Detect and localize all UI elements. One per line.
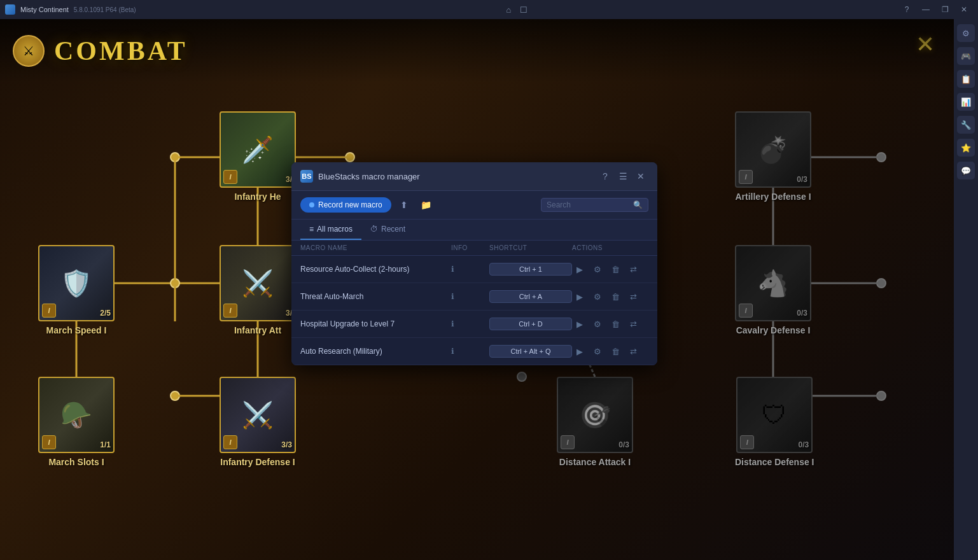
right-sidebar: ⚙ 🎮 📋 📊 🔧 ⭐ 💬 xyxy=(954,19,978,560)
col-header-name: MACRO NAME xyxy=(300,244,451,251)
search-input[interactable] xyxy=(547,200,629,209)
delete-macro-button[interactable]: 🗑 xyxy=(608,344,623,359)
macro-info-button[interactable]: ℹ xyxy=(451,319,489,328)
all-macros-icon: ≡ xyxy=(309,225,314,234)
settings-macro-button[interactable]: ⚙ xyxy=(590,262,605,277)
help-button[interactable]: ? xyxy=(898,3,916,17)
rank-badge: I xyxy=(223,170,237,184)
play-macro-button[interactable]: ▶ xyxy=(572,316,587,332)
col-header-info: INFO xyxy=(451,244,489,251)
macro-name: Threat Auto-March xyxy=(300,292,451,301)
play-macro-button[interactable]: ▶ xyxy=(572,262,587,277)
tech-node-artillery-def[interactable]: 💣 I 0/3 Artillery Defense I xyxy=(735,111,811,202)
screen-button[interactable]: ☐ xyxy=(517,4,531,16)
tab-recent[interactable]: ⏱ Recent xyxy=(361,220,414,240)
record-new-macro-button[interactable]: Record new macro xyxy=(300,197,391,213)
progress: 3/3 xyxy=(281,440,292,449)
home-button[interactable]: ⌂ xyxy=(503,4,514,16)
tab-all-macros[interactable]: ≡ All macros xyxy=(300,220,361,240)
import-macro-button[interactable]: ⬆ xyxy=(396,197,412,213)
progress: 2/5 xyxy=(100,309,111,318)
tech-label: Infantry Defense I xyxy=(220,457,295,467)
sidebar-icon-6[interactable]: ⭐ xyxy=(957,139,975,157)
swap-macro-button[interactable]: ⇄ xyxy=(625,262,641,277)
macro-actions: ▶ ⚙ 🗑 ⇄ xyxy=(572,289,648,304)
swap-macro-button[interactable]: ⇄ xyxy=(625,316,641,332)
macro-menu-button[interactable]: ☰ xyxy=(615,169,631,184)
macro-help-button[interactable]: ? xyxy=(597,169,613,184)
tab-all-macros-label: All macros xyxy=(317,225,353,234)
sidebar-icon-5[interactable]: 🔧 xyxy=(957,116,975,134)
tech-icon-cavalry-def: 🐴 I 0/3 xyxy=(735,245,811,321)
swap-macro-button[interactable]: ⇄ xyxy=(625,289,641,304)
tech-icon-dist-def: 🛡 I 0/3 xyxy=(736,377,813,453)
window-close-button[interactable]: ✕ xyxy=(955,3,973,17)
app-icon xyxy=(5,4,15,15)
tech-icon-march-slots: 🪖 I 1/1 xyxy=(38,377,115,453)
progress: 1/1 xyxy=(100,440,111,449)
game-title: COMBAT xyxy=(54,36,188,66)
export-macro-button[interactable]: 📁 xyxy=(417,197,435,213)
rank-badge: I xyxy=(42,435,56,449)
tech-node-march-slots[interactable]: 🪖 I 1/1 March Slots I xyxy=(38,377,115,467)
macro-tabs: ≡ All macros ⏱ Recent xyxy=(291,220,657,241)
settings-macro-button[interactable]: ⚙ xyxy=(590,316,605,332)
sidebar-icon-2[interactable]: 🎮 xyxy=(957,47,975,65)
macro-info-button[interactable]: ℹ xyxy=(451,347,489,356)
app-version: 5.8.0.1091 P64 (Beta) xyxy=(74,6,136,13)
delete-macro-button[interactable]: 🗑 xyxy=(608,262,623,277)
macro-manager-modal: BS BlueStacks macro manager ? ☰ ✕ Record… xyxy=(291,162,657,365)
sidebar-icon-1[interactable]: ⚙ xyxy=(957,24,975,42)
macro-info-button[interactable]: ℹ xyxy=(451,292,489,301)
settings-macro-button[interactable]: ⚙ xyxy=(590,289,605,304)
macro-shortcut: Ctrl + D xyxy=(489,318,572,330)
progress: 0/3 xyxy=(797,175,807,184)
rank-badge: I xyxy=(739,304,753,318)
delete-macro-button[interactable]: 🗑 xyxy=(608,289,623,304)
sidebar-icon-4[interactable]: 📊 xyxy=(957,93,975,111)
swap-macro-button[interactable]: ⇄ xyxy=(625,344,641,359)
game-header: ⚔ COMBAT xyxy=(0,19,954,83)
tech-node-infantry-he[interactable]: 🗡️ I 3/ Infantry He xyxy=(220,111,296,202)
svg-point-9 xyxy=(346,153,354,162)
tech-label: March Speed I xyxy=(46,325,107,335)
minimize-button[interactable]: — xyxy=(917,3,935,17)
macro-table-header: MACRO NAME INFO SHORTCUT ACTIONS xyxy=(291,241,657,256)
play-macro-button[interactable]: ▶ xyxy=(572,289,587,304)
play-macro-button[interactable]: ▶ xyxy=(572,344,587,359)
tech-label: Distance Attack I xyxy=(559,457,631,467)
delete-macro-button[interactable]: 🗑 xyxy=(608,316,623,332)
svg-point-17 xyxy=(877,279,886,288)
tech-node-infantry-def[interactable]: ⚔️ I 3/3 Infantry Defense I xyxy=(220,377,296,467)
tech-label: March Slots I xyxy=(48,457,104,467)
macro-shortcut: Ctrl + 1 xyxy=(489,263,572,276)
tech-node-march-speed[interactable]: 🛡️ I 2/5 March Speed I xyxy=(38,245,115,335)
tech-node-dist-def[interactable]: 🛡 I 0/3 Distance Defense I xyxy=(735,377,814,467)
sidebar-icon-3[interactable]: 📋 xyxy=(957,70,975,88)
macro-row: Resource Auto-Collect (2-hours) ℹ Ctrl +… xyxy=(291,256,657,283)
svg-point-18 xyxy=(877,391,886,400)
tech-icon-march-speed: 🛡️ I 2/5 xyxy=(38,245,115,321)
svg-point-11 xyxy=(517,372,526,381)
title-bar: Misty Continent 5.8.0.1091 P64 (Beta) ⌂ … xyxy=(0,0,978,19)
col-header-shortcut: SHORTCUT xyxy=(489,244,572,251)
macro-actions: ▶ ⚙ 🗑 ⇄ xyxy=(572,316,648,332)
tech-node-dist-att[interactable]: 🎯 I 0/3 Distance Attack I xyxy=(557,377,633,467)
maxrestore-button[interactable]: ❐ xyxy=(936,3,954,17)
macro-row: Auto Research (Military) ℹ Ctrl + Alt + … xyxy=(291,338,657,365)
macro-name: Auto Research (Military) xyxy=(300,347,451,356)
macro-close-button[interactable]: ✕ xyxy=(633,169,648,184)
settings-macro-button[interactable]: ⚙ xyxy=(590,344,605,359)
macro-info-button[interactable]: ℹ xyxy=(451,265,489,274)
svg-point-14 xyxy=(171,391,179,400)
macro-actions: ▶ ⚙ 🗑 ⇄ xyxy=(572,344,648,359)
recent-icon: ⏱ xyxy=(370,225,378,234)
tech-icon-dist-att: 🎯 I 0/3 xyxy=(557,377,633,453)
rank-badge: I xyxy=(223,304,237,318)
macro-name: Hospital Upgrade to Level 7 xyxy=(300,319,451,328)
tech-node-cavalry-def[interactable]: 🐴 I 0/3 Cavalry Defense I xyxy=(735,245,811,335)
rank-badge: I xyxy=(223,435,237,449)
tech-icon-infantry-he: 🗡️ I 3/ xyxy=(220,111,296,188)
tech-node-infantry-att[interactable]: ⚔️ I 3/ Infantry Att xyxy=(220,245,296,335)
sidebar-icon-7[interactable]: 💬 xyxy=(957,162,975,179)
